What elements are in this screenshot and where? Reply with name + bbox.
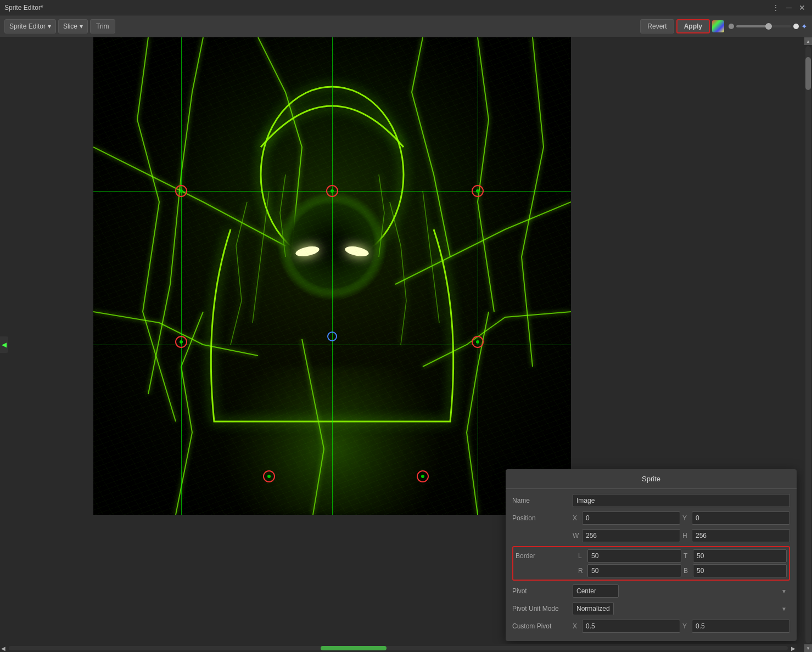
scroll-up-arrow-icon: ▲	[806, 39, 810, 44]
color-picker-icon[interactable]	[712, 20, 724, 32]
v-scroll-thumb[interactable]	[805, 57, 811, 90]
border-l-label: L	[578, 552, 586, 560]
grid-line-vertical-1	[181, 37, 182, 515]
pivot-select[interactable]: Center Top Left Top Top Right Left Right…	[573, 584, 619, 598]
pivot-select-wrapper: Center Top Left Top Top Right Left Right…	[573, 584, 790, 598]
sprite-canvas[interactable]	[93, 37, 571, 515]
minimize-button[interactable]: ─	[783, 2, 794, 13]
border-t-label: T	[684, 552, 691, 560]
custom-pivot-x-group: X	[573, 620, 680, 633]
pivot-row: Pivot Center Top Left Top Top Right Left…	[512, 584, 790, 598]
pos-y-input[interactable]	[692, 512, 790, 525]
pivot-unit-mode-label: Pivot Unit Mode	[512, 605, 573, 612]
title-bar: Sprite Editor* ⋮ ─ ✕	[0, 0, 812, 15]
window-title: Sprite Editor*	[4, 4, 770, 12]
border-t-input[interactable]	[693, 549, 787, 563]
scroll-down-arrow-icon: ▼	[806, 646, 810, 651]
slider-min-icon	[729, 24, 734, 29]
sprite-image	[93, 37, 571, 515]
pos-y-label: Y	[682, 514, 690, 522]
scroll-right-arrow-icon[interactable]: ▶	[790, 645, 797, 651]
control-point-6[interactable]	[417, 470, 429, 482]
pivot-point[interactable]	[327, 331, 337, 341]
name-label: Name	[512, 497, 573, 504]
h-scroll-thumb[interactable]	[321, 646, 387, 650]
pivot-unit-mode-select[interactable]: Normalized Pixels	[573, 602, 614, 615]
border-l-input[interactable]	[587, 549, 681, 563]
left-nav-arrow[interactable]: ◀	[0, 336, 8, 353]
position-xy: X Y	[573, 512, 790, 525]
border-b-label: B	[684, 567, 691, 575]
slice-label: Slice	[63, 23, 77, 30]
custom-pivot-y-input[interactable]	[692, 620, 790, 633]
window-controls: ⋮ ─ ✕	[770, 2, 808, 13]
panel-body: Name Position X Y	[506, 489, 797, 641]
properties-panel: Sprite Name Position X	[506, 469, 797, 641]
size-h-label: H	[682, 532, 690, 539]
trim-label: Trim	[96, 23, 109, 30]
apply-label: Apply	[684, 23, 702, 30]
scroll-up-button[interactable]: ▲	[804, 37, 812, 45]
apply-button[interactable]: Apply	[676, 19, 710, 33]
border-b-input[interactable]	[693, 564, 787, 577]
position-row: Position X Y	[512, 511, 790, 525]
pivot-select-arrow-icon: ▼	[781, 588, 787, 594]
slice-arrow-icon: ▾	[80, 23, 83, 30]
size-h-input[interactable]	[692, 529, 790, 542]
h-scroll-track[interactable]	[9, 646, 788, 650]
sprite-editor-label: Sprite Editor	[9, 23, 46, 30]
position-label: Position	[512, 514, 573, 522]
size-h-group: H	[682, 529, 790, 542]
vertical-scrollbar[interactable]: ▲ ▼	[804, 37, 812, 652]
revert-button[interactable]: Revert	[640, 19, 674, 33]
border-label: Border	[516, 552, 576, 560]
grid-line-vertical-3	[478, 37, 478, 515]
slice-dropdown[interactable]: Slice ▾	[58, 19, 88, 33]
custom-pivot-y-group: Y	[682, 620, 790, 633]
size-row: W H	[512, 529, 790, 543]
border-lt-fields: L T	[578, 549, 787, 563]
brightness-slider-container: ✦	[729, 22, 808, 31]
pos-x-label: X	[573, 514, 580, 522]
control-point-0[interactable]	[175, 185, 187, 197]
border-b-group: B	[684, 564, 787, 577]
close-button[interactable]: ✕	[797, 2, 808, 13]
border-lt-row: Border L T	[516, 549, 787, 563]
name-input[interactable]	[573, 494, 790, 507]
control-point-4[interactable]	[472, 336, 484, 348]
panel-title: Sprite	[506, 469, 797, 489]
slider-max-icon	[793, 24, 799, 29]
border-l-group: L	[578, 549, 681, 563]
border-r-label: R	[578, 567, 586, 575]
horizontal-scrollbar[interactable]: ◀ ▶	[0, 644, 797, 652]
control-point-2[interactable]	[472, 185, 484, 197]
sprite-editor-dropdown[interactable]: Sprite Editor ▾	[4, 19, 56, 33]
control-point-3[interactable]	[175, 336, 187, 348]
custom-pivot-row: Custom Pivot X Y	[512, 619, 790, 633]
trim-button[interactable]: Trim	[90, 19, 115, 33]
custom-pivot-x-label: X	[573, 622, 580, 630]
control-point-1[interactable]	[326, 185, 338, 197]
canvas-area[interactable]: ◀	[0, 37, 804, 652]
control-point-5[interactable]	[263, 470, 275, 482]
custom-pivot-x-input[interactable]	[582, 620, 680, 633]
brightness-slider[interactable]	[736, 25, 791, 27]
sprite-editor-arrow-icon: ▾	[48, 23, 51, 30]
scroll-down-button[interactable]: ▼	[804, 644, 812, 652]
grid-line-vertical-2	[332, 37, 333, 515]
name-row: Name	[512, 493, 790, 508]
pivot-unit-select-wrapper: Normalized Pixels ▼	[573, 602, 790, 615]
border-r-input[interactable]	[587, 564, 681, 577]
more-options-button[interactable]: ⋮	[770, 2, 781, 13]
border-r-group: R	[578, 564, 681, 577]
v-scroll-track[interactable]	[805, 46, 811, 643]
size-w-group: W	[573, 529, 680, 542]
border-section: Border L T	[512, 546, 790, 581]
custom-pivot-label: Custom Pivot	[512, 622, 573, 630]
scroll-left-arrow-icon[interactable]: ◀	[0, 645, 7, 651]
pivot-label: Pivot	[512, 587, 573, 595]
alpha-icon[interactable]: ✦	[801, 22, 808, 31]
pos-x-input[interactable]	[582, 512, 680, 525]
left-arrow-icon: ◀	[2, 341, 7, 349]
size-w-input[interactable]	[582, 529, 680, 542]
